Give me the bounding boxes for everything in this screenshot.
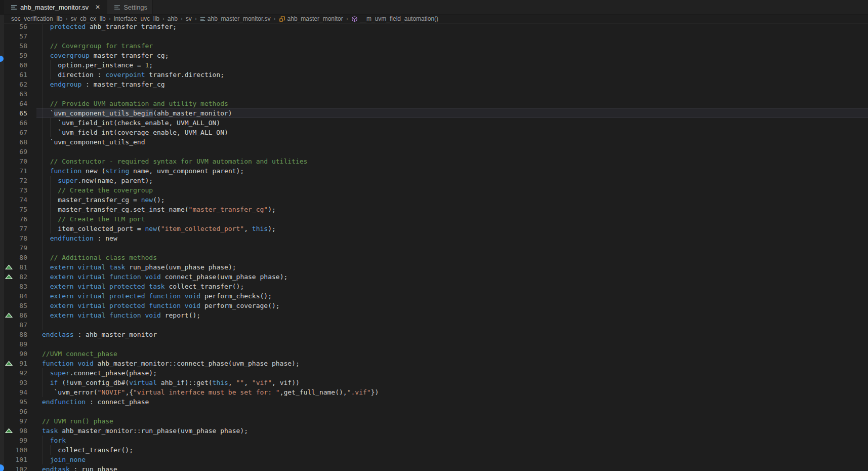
code-line[interactable]: 81 extern virtual task run_phase(uvm_pha… xyxy=(0,262,868,272)
code-line[interactable]: 77 item_collected_port = new("item_colle… xyxy=(0,224,868,233)
line-number[interactable]: 78 xyxy=(4,233,27,243)
line-number[interactable]: 85 xyxy=(4,301,27,310)
code-line[interactable]: 67 `uvm_field_int(coverage_enable, UVM_A… xyxy=(0,128,868,137)
line-number[interactable]: 77 xyxy=(4,224,27,233)
code-line[interactable]: 66 `uvm_field_int(checks_enable, UVM_ALL… xyxy=(0,118,868,128)
line-number[interactable]: 76 xyxy=(4,214,27,224)
code-line[interactable]: 83 extern virtual protected task collect… xyxy=(0,282,868,291)
code-line[interactable]: 90//UVM connect_phase xyxy=(0,349,868,359)
code-line[interactable]: 70 // Constructor - required syntax for … xyxy=(0,156,868,166)
line-number[interactable]: 94 xyxy=(4,387,27,397)
breadcrumb-item[interactable]: __m_uvm_field_automation() xyxy=(351,15,438,22)
code-line[interactable]: 78 endfunction : new xyxy=(0,233,868,243)
line-number[interactable]: 100 xyxy=(4,445,27,455)
line-number[interactable]: 71 xyxy=(4,166,27,176)
line-number[interactable]: 59 xyxy=(4,51,27,60)
line-number[interactable]: 63 xyxy=(4,89,27,99)
code-line[interactable]: 60 option.per_instance = 1; xyxy=(0,60,868,70)
line-number[interactable]: 90 xyxy=(4,349,27,359)
line-number[interactable]: 57 xyxy=(4,31,27,41)
breadcrumb-item[interactable]: interface_uvc_lib xyxy=(114,15,159,22)
code-line[interactable]: 79 xyxy=(0,243,868,253)
line-number[interactable]: 66 xyxy=(4,118,27,128)
code-line[interactable]: 97// UVM run() phase xyxy=(0,416,868,426)
code-line[interactable]: 100 collect_transfer(); xyxy=(0,445,868,455)
code-line[interactable]: 88endclass : ahb_master_monitor xyxy=(0,330,868,339)
breadcrumb-item[interactable]: ahb_master_monitor.sv xyxy=(200,15,271,22)
code-line[interactable]: 82 extern virtual function void connect_… xyxy=(0,272,868,282)
line-number[interactable]: 67 xyxy=(4,128,27,137)
code-line[interactable]: 71 function new (string name, uvm_compon… xyxy=(0,166,868,176)
tab-settings[interactable]: Settings xyxy=(107,0,153,14)
line-number[interactable]: 60 xyxy=(4,60,27,70)
code-line[interactable]: 94 `uvm_error("NOVIF",{"virtual interfac… xyxy=(0,387,868,397)
code-line[interactable]: 75 master_transfer_cg.set_inst_name("mas… xyxy=(0,205,868,214)
line-number[interactable]: 79 xyxy=(4,243,27,253)
code-line[interactable]: 68 `uvm_component_utils_end xyxy=(0,137,868,147)
code-line[interactable]: 57 xyxy=(0,31,868,41)
code-line[interactable]: 96 xyxy=(0,407,868,416)
code-line[interactable]: 89 xyxy=(0,339,868,349)
line-number[interactable]: 74 xyxy=(4,195,27,205)
code-line[interactable]: 64 // Provide UVM automation and utility… xyxy=(0,99,868,108)
breadcrumb-item[interactable]: soc_verification_lib xyxy=(11,15,62,22)
code-editor[interactable]: 56 protected ahb_transfer transfer;5758 … xyxy=(0,22,868,471)
line-number[interactable]: 68 xyxy=(4,137,27,147)
line-number[interactable]: 89 xyxy=(4,339,27,349)
line-number[interactable]: 73 xyxy=(4,185,27,195)
code-line[interactable]: 61 direction : coverpoint transfer.direc… xyxy=(0,70,868,80)
line-number[interactable]: 97 xyxy=(4,416,27,426)
code-line[interactable]: 85 extern virtual protected function voi… xyxy=(0,301,868,310)
line-number[interactable]: 91 xyxy=(4,359,27,368)
code-line[interactable]: 65 `uvm_component_utils_begin(ahb_master… xyxy=(0,108,868,118)
close-icon[interactable]: ✕ xyxy=(94,3,102,11)
code-line[interactable]: 95endfunction : connect_phase xyxy=(0,397,868,407)
line-number[interactable]: 62 xyxy=(4,80,27,89)
breadcrumb-item[interactable]: ahb_master_monitor xyxy=(279,15,343,22)
line-number[interactable]: 70 xyxy=(4,156,27,166)
line-number[interactable]: 83 xyxy=(4,282,27,291)
code-line[interactable]: 99 fork xyxy=(0,436,868,445)
code-line[interactable]: 93 if (!uvm_config_db#(virtual ahb_if)::… xyxy=(0,378,868,387)
line-number[interactable]: 86 xyxy=(4,310,27,320)
code-line[interactable]: 87 xyxy=(0,320,868,330)
code-line[interactable]: 59 covergroup master_transfer_cg; xyxy=(0,51,868,60)
code-line[interactable]: 91function void ahb_master_monitor::conn… xyxy=(0,359,868,368)
line-number[interactable]: 58 xyxy=(4,41,27,51)
line-number[interactable]: 92 xyxy=(4,368,27,378)
code-line[interactable]: 98task ahb_master_monitor::run_phase(uvm… xyxy=(0,426,868,436)
line-number[interactable]: 93 xyxy=(4,378,27,387)
line-number[interactable]: 69 xyxy=(4,147,27,156)
code-line[interactable]: 69 xyxy=(0,147,868,156)
line-number[interactable]: 82 xyxy=(4,272,27,282)
line-number[interactable]: 101 xyxy=(4,455,27,464)
line-number[interactable]: 84 xyxy=(4,291,27,301)
code-line[interactable]: 58 // Covergroup for transfer xyxy=(0,41,868,51)
line-number[interactable]: 95 xyxy=(4,397,27,407)
line-number[interactable]: 87 xyxy=(4,320,27,330)
line-number[interactable]: 65 xyxy=(4,108,27,118)
line-number[interactable]: 72 xyxy=(4,176,27,185)
code-line[interactable]: 72 super.new(name, parent); xyxy=(0,176,868,185)
line-number[interactable]: 75 xyxy=(4,205,27,214)
code-line[interactable]: 86 extern virtual function void report()… xyxy=(0,310,868,320)
breadcrumb-item[interactable]: ahb xyxy=(168,15,178,22)
code-line[interactable]: 62 endgroup : master_transfer_cg xyxy=(0,80,868,89)
code-line[interactable]: 73 // Create the covergroup xyxy=(0,185,868,195)
breadcrumb-item[interactable]: sv_cb_ex_lib xyxy=(70,15,105,22)
line-number[interactable]: 80 xyxy=(4,253,27,262)
line-number[interactable]: 81 xyxy=(4,262,27,272)
code-line[interactable]: 74 master_transfer_cg = new(); xyxy=(0,195,868,205)
code-line[interactable]: 84 extern virtual protected function voi… xyxy=(0,291,868,301)
line-number[interactable]: 99 xyxy=(4,436,27,445)
line-number[interactable]: 102 xyxy=(4,464,27,471)
tab-ahb-master-monitor[interactable]: ahb_master_monitor.sv ✕ xyxy=(4,0,107,14)
code-line[interactable]: 76 // Create the TLM port xyxy=(0,214,868,224)
line-number[interactable]: 96 xyxy=(4,407,27,416)
line-number[interactable]: 88 xyxy=(4,330,27,339)
code-line[interactable]: 101 join_none xyxy=(0,455,868,464)
breadcrumb-item[interactable]: sv xyxy=(186,15,192,22)
line-number[interactable]: 61 xyxy=(4,70,27,80)
code-line[interactable]: 80 // Additional class methods xyxy=(0,253,868,262)
code-line[interactable]: 92 super.connect_phase(phase); xyxy=(0,368,868,378)
